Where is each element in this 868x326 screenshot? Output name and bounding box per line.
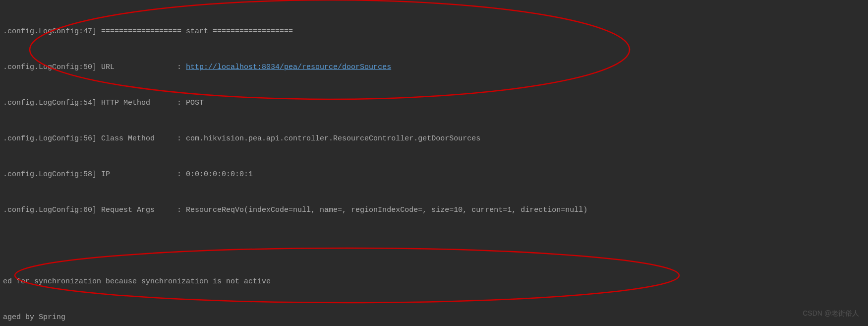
log-url-prefix: .config.LogConfig:50] URL : [3, 63, 186, 71]
log-line-spring: aged by Spring [3, 312, 865, 324]
console-log: .config.LogConfig:47] ==================… [0, 0, 868, 326]
log-line-sync: ed for synchronization because synchroni… [3, 276, 865, 288]
log-line-ip: .config.LogConfig:58] IP : 0:0:0:0:0:0:0… [3, 169, 865, 181]
request-url-link[interactable]: http://localhost:8034/pea/resource/doorS… [186, 63, 391, 71]
log-line-start: .config.LogConfig:47] ==================… [3, 26, 865, 38]
log-line-class-method: .config.LogConfig:56] Class Method : com… [3, 133, 865, 145]
log-line-http-method: .config.LogConfig:54] HTTP Method : POST [3, 97, 865, 109]
log-line-request-args: .config.LogConfig:60] Request Args : Res… [3, 204, 865, 216]
log-line-url: .config.LogConfig:50] URL : http://local… [3, 62, 865, 73]
log-line [3, 240, 865, 252]
